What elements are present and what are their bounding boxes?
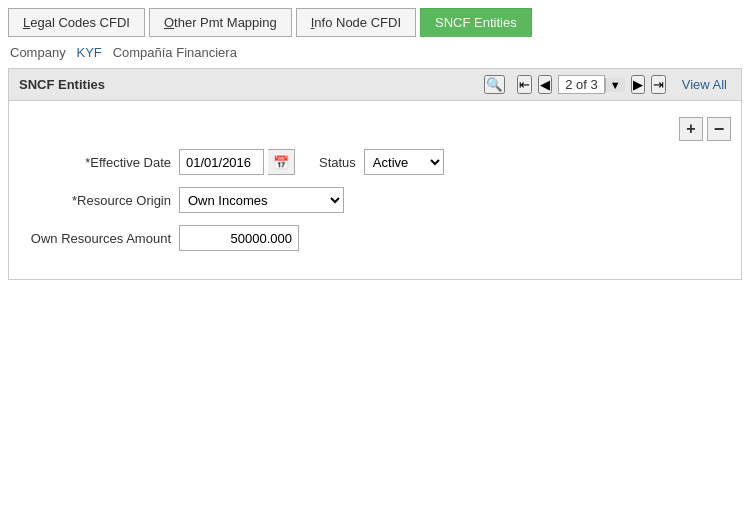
tab-legal-codes-cfdi[interactable]: Legal Codes CFDI — [8, 8, 145, 37]
nav-dropdown-button[interactable]: ▼ — [605, 78, 625, 92]
panel-body: + − *Effective Date 📅 Status Active Inac… — [9, 101, 741, 279]
main-panel: SNCF Entities 🔍 ⇤ ◀ 2 of 3 ▼ — [8, 68, 742, 280]
tab-other-pmt-mapping[interactable]: Other Pmt Mapping — [149, 8, 292, 37]
breadcrumb-code[interactable]: KYF — [76, 45, 101, 60]
tab-label: SNCF Entities — [435, 15, 517, 30]
prev-page-button[interactable]: ◀ — [538, 75, 552, 94]
effective-date-label: *Effective Date — [19, 155, 179, 170]
add-button[interactable]: + — [679, 117, 703, 141]
resource-origin-label: *Resource Origin — [19, 193, 179, 208]
effective-date-input[interactable] — [179, 149, 264, 175]
last-page-icon: ⇥ — [653, 77, 664, 92]
status-label: Status — [319, 155, 356, 170]
resource-origin-select[interactable]: Own Incomes Federal Resources Other — [179, 187, 344, 213]
resource-origin-row: *Resource Origin Own Incomes Federal Res… — [19, 187, 731, 213]
calendar-icon: 📅 — [273, 155, 289, 170]
panel-header-right: 🔍 ⇤ ◀ 2 of 3 ▼ ▶ ⇥ — [484, 75, 731, 94]
add-remove-row: + − — [19, 117, 731, 141]
first-page-icon: ⇤ — [519, 77, 530, 92]
last-page-button[interactable]: ⇥ — [651, 75, 666, 94]
tab-label: Other Pmt Mapping — [164, 15, 277, 30]
effective-date-row: *Effective Date 📅 Status Active Inactive — [19, 149, 731, 175]
breadcrumb-name: Compañía Financiera — [113, 45, 237, 60]
prev-icon: ◀ — [540, 77, 550, 92]
nav-text: 2 of 3 — [565, 77, 598, 92]
own-resources-label: Own Resources Amount — [19, 231, 179, 246]
first-page-button[interactable]: ⇤ — [517, 75, 532, 94]
panel-title: SNCF Entities — [19, 77, 105, 92]
calendar-button[interactable]: 📅 — [268, 149, 295, 175]
panel-header: SNCF Entities 🔍 ⇤ ◀ 2 of 3 ▼ — [9, 69, 741, 101]
own-resources-control — [179, 225, 299, 251]
own-resources-row: Own Resources Amount — [19, 225, 731, 251]
own-resources-input[interactable] — [179, 225, 299, 251]
next-icon: ▶ — [633, 77, 643, 92]
tab-sncf-entities[interactable]: SNCF Entities — [420, 8, 532, 37]
next-page-button[interactable]: ▶ — [631, 75, 645, 94]
status-select[interactable]: Active Inactive — [364, 149, 444, 175]
breadcrumb: Company KYF Compañía Financiera — [0, 37, 750, 68]
tabs-bar: Legal Codes CFDI Other Pmt Mapping Info … — [0, 0, 750, 37]
nav-display: 2 of 3 — [558, 75, 605, 94]
view-all-link[interactable]: View All — [678, 77, 731, 92]
effective-date-control: 📅 — [179, 149, 295, 175]
status-group: Status Active Inactive — [319, 149, 444, 175]
search-button[interactable]: 🔍 — [484, 75, 505, 94]
search-icon: 🔍 — [486, 77, 503, 92]
nav-box: 2 of 3 ▼ — [558, 75, 624, 94]
remove-button[interactable]: − — [707, 117, 731, 141]
tab-info-node-cfdi[interactable]: Info Node CFDI — [296, 8, 416, 37]
tab-label: Legal Codes CFDI — [23, 15, 130, 30]
resource-origin-control: Own Incomes Federal Resources Other — [179, 187, 344, 213]
breadcrumb-company: Company — [10, 45, 66, 60]
tab-label: Info Node CFDI — [311, 15, 401, 30]
